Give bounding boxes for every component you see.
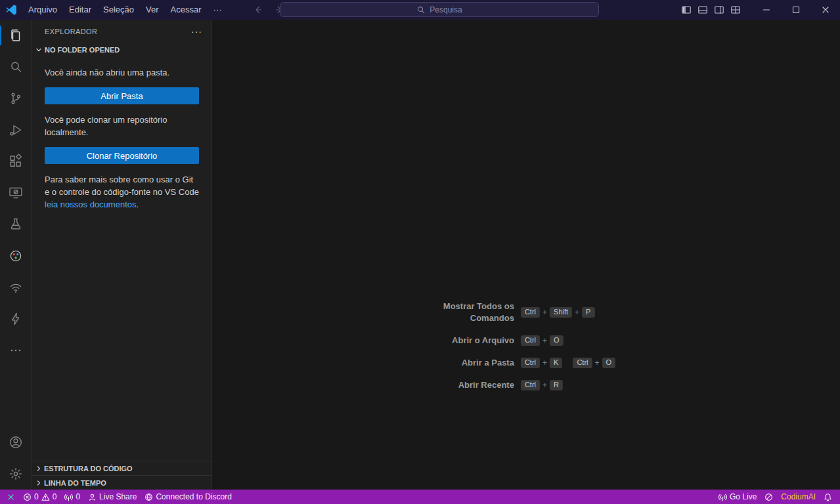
account-activity-icon[interactable] — [0, 427, 31, 458]
status-codium-ai[interactable]: CodiumAI — [777, 490, 820, 504]
warning-icon — [41, 493, 50, 501]
status-remote-indicator[interactable] — [3, 490, 19, 504]
explorer-sidebar: EXPLORADOR ··· NO FOLDER OPENED Você ain… — [32, 20, 212, 490]
search-icon — [416, 5, 426, 14]
titlebar-controls — [681, 0, 840, 20]
blocked-icon — [764, 493, 773, 501]
plus-separator: + — [575, 308, 579, 317]
more-activity-icon[interactable] — [0, 335, 31, 366]
key-o: O — [602, 358, 616, 368]
wifi-activity-icon[interactable] — [0, 272, 31, 303]
remote-icon — [7, 493, 15, 501]
shortcuts-watermark: Mostrar Todos os ComandosCtrl+Shift+PAbr… — [437, 301, 615, 391]
palette-activity-icon[interactable] — [0, 240, 31, 272]
status-notifications[interactable] — [820, 490, 836, 504]
source-control-activity-icon[interactable] — [0, 83, 31, 114]
maximize-button[interactable] — [781, 0, 810, 20]
extensions-activity-icon[interactable] — [0, 146, 31, 177]
status-text: Connected to Discord — [156, 492, 231, 501]
key-ctrl: Ctrl — [521, 307, 540, 318]
key-shift: Shift — [550, 307, 572, 318]
shortcut-label: Abrir o Arquivo — [437, 335, 514, 346]
shortcut-label: Abrir a Pasta — [437, 357, 514, 369]
status-text: 0 — [34, 492, 39, 501]
plus-separator: + — [595, 358, 600, 368]
status-problems[interactable]: 00 — [19, 490, 60, 504]
section-estrutura-do-codigo[interactable]: ESTRUTURA DO CÓDIGO — [32, 461, 211, 475]
no-folder-section-header[interactable]: NO FOLDER OPENED — [32, 43, 211, 57]
section-label: LINHA DO TEMPO — [44, 479, 106, 487]
toggle-panel-icon[interactable] — [697, 5, 708, 15]
shortcut-label: Abrir Recente — [437, 379, 514, 391]
lightning-activity-icon[interactable] — [0, 303, 31, 335]
status-bar: 000Live ShareConnected to Discord Go Liv… — [0, 490, 840, 504]
status-discord[interactable]: Connected to Discord — [141, 490, 235, 504]
status-text: CodiumAI — [781, 492, 816, 501]
status-copilot-disabled[interactable] — [761, 490, 777, 504]
section-header-label: NO FOLDER OPENED — [45, 46, 120, 54]
back-icon[interactable] — [253, 5, 263, 15]
error-icon — [23, 493, 32, 501]
open-folder-button[interactable]: Abrir Pasta — [45, 87, 199, 104]
sidebar-title-row: EXPLORADOR ··· — [32, 20, 211, 43]
command-center-search[interactable]: Pesquisa — [280, 2, 599, 17]
status-go-live[interactable]: Go Live — [715, 490, 761, 504]
run-debug-activity-icon[interactable] — [0, 114, 31, 146]
key-k: K — [550, 358, 562, 368]
shortcut-row: Abrir o ArquivoCtrl+O — [437, 335, 615, 346]
main-area: EXPLORADOR ··· NO FOLDER OPENED Você ain… — [0, 20, 840, 490]
shortcut-row: Mostrar Todos os ComandosCtrl+Shift+P — [437, 301, 615, 324]
toggle-secondary-sidebar-icon[interactable] — [714, 5, 724, 15]
chevron-right-icon — [34, 478, 43, 488]
menu-ver[interactable]: Ver — [140, 3, 165, 17]
key-ctrl: Ctrl — [521, 335, 540, 346]
settings-gear-activity-icon[interactable] — [0, 458, 31, 490]
clone-repo-button[interactable]: Clonar Repositório — [45, 147, 199, 164]
customize-layout-icon[interactable] — [730, 5, 741, 15]
no-folder-text: Você ainda não abriu uma pasta. — [45, 66, 199, 79]
minimize-button[interactable] — [751, 0, 781, 20]
docs-link[interactable]: leia nossos documentos — [45, 200, 136, 209]
key-p: P — [582, 307, 594, 318]
remote-explorer-activity-icon[interactable] — [0, 177, 31, 209]
explorer-more-actions-icon[interactable]: ··· — [191, 26, 202, 37]
status-live-share[interactable]: Live Share — [84, 490, 141, 504]
titlebar: ArquivoEditarSeleçãoVerAcessar ··· Pesqu… — [0, 0, 840, 20]
plus-separator: + — [542, 308, 547, 317]
menu-selecao[interactable]: Seleção — [97, 3, 140, 17]
search-placeholder: Pesquisa — [430, 5, 462, 14]
menubar: ArquivoEditarSeleçãoVerAcessar — [22, 0, 208, 20]
status-ports[interactable]: 0 — [60, 490, 84, 504]
shortcut-row: Abrir a PastaCtrl+KCtrl+O — [437, 357, 615, 369]
close-button[interactable] — [810, 0, 840, 20]
section-label: ESTRUTURA DO CÓDIGO — [44, 465, 133, 472]
section-linha-do-tempo[interactable]: LINHA DO TEMPO — [32, 475, 211, 490]
key-ctrl: Ctrl — [521, 358, 540, 368]
files-activity-icon[interactable] — [0, 20, 31, 51]
status-text: Go Live — [730, 492, 757, 501]
shortcut-keys: Ctrl+R — [521, 380, 563, 390]
status-text: 0 — [53, 492, 57, 501]
key-ctrl: Ctrl — [521, 380, 540, 390]
globe-icon — [144, 493, 153, 501]
activity-bar — [0, 20, 32, 490]
testing-activity-icon[interactable] — [0, 209, 31, 240]
plus-separator: + — [542, 381, 547, 390]
shortcut-keys: Ctrl+KCtrl+O — [521, 358, 615, 368]
radio-tower-icon — [64, 493, 73, 501]
sidebar-body: Você ainda não abriu uma pasta. Abrir Pa… — [32, 57, 211, 211]
vscode-window: ArquivoEditarSeleçãoVerAcessar ··· Pesqu… — [0, 0, 840, 504]
toggle-sidebar-icon[interactable] — [681, 5, 692, 15]
docs-text: Para saber mais sobre como usar o Git e … — [45, 175, 199, 197]
status-text: 0 — [76, 492, 80, 501]
chevron-right-icon — [34, 464, 43, 473]
bell-icon — [824, 493, 832, 501]
menu-arquivo[interactable]: Arquivo — [22, 3, 63, 17]
shortcut-keys: Ctrl+Shift+P — [521, 307, 595, 318]
live-share-icon — [88, 493, 97, 501]
menu-more[interactable]: ··· — [208, 3, 228, 17]
menu-acessar[interactable]: Acessar — [165, 3, 208, 17]
menu-editar[interactable]: Editar — [63, 3, 97, 17]
shortcut-row: Abrir RecenteCtrl+R — [437, 379, 615, 391]
search-activity-icon[interactable] — [0, 51, 31, 83]
